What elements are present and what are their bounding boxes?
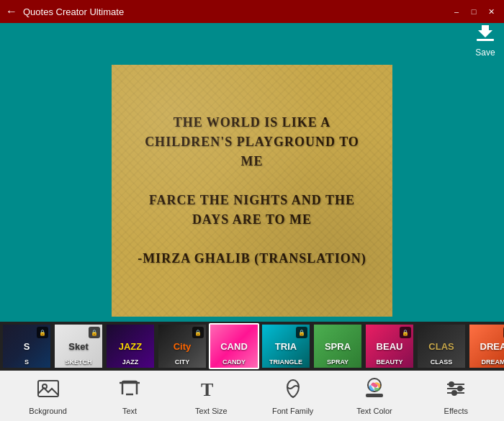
text-label: Text [122, 407, 137, 415]
window-controls: – □ ✕ [449, 4, 498, 19]
top-toolbar: Save [0, 23, 504, 59]
background-icon [37, 377, 60, 404]
theme-item-classy[interactable]: CLASCLASS [416, 323, 467, 369]
themes-strip: S🔒SSket🔒SketchJAZZJAZZCity🔒CityCANDCANDY… [0, 322, 504, 371]
save-label: Save [475, 47, 495, 58]
theme-label-classy: CLASS [418, 358, 465, 366]
font-family-label: Font Family [272, 407, 313, 415]
background-label: Bckground [29, 407, 67, 415]
text-color-label: Text Color [356, 407, 392, 415]
theme-item-dream[interactable]: DREA🔒DREAM [468, 323, 504, 369]
bottom-toolbar: Bckground Text T Text Size Font Family [0, 371, 504, 421]
theme-label-triangle: TRIANGLE [262, 358, 310, 366]
theme-item-sketch[interactable]: Sket🔒Sketch [53, 323, 104, 369]
theme-label-beauty: BEAUTY [366, 358, 413, 366]
text-color-tool[interactable]: Text Color [346, 377, 403, 415]
title-bar: ← Quotes Creator Ultimate – □ ✕ [0, 0, 504, 23]
save-icon [475, 24, 495, 46]
text-tool-icon [118, 377, 141, 404]
svg-point-11 [452, 391, 456, 395]
svg-point-10 [458, 386, 462, 391]
svg-rect-5 [366, 394, 383, 397]
theme-item-jazz[interactable]: JAZZJAZZ [105, 323, 156, 369]
theme-label-spray: SPRAY [314, 358, 361, 366]
quote-text: THE WORLD IS LIKE A CHILDREN'S PLAYGROUN… [123, 99, 381, 283]
lock-badge: 🔒 [37, 327, 48, 338]
effects-tool[interactable]: Effects [427, 377, 485, 415]
theme-item-candy[interactable]: CANDCANDY [209, 323, 259, 369]
theme-item-spray[interactable]: SPRASPRAY [312, 323, 363, 369]
theme-label-jazz: JAZZ [107, 358, 154, 366]
minimize-button[interactable]: – [449, 4, 464, 19]
theme-label-city: City [158, 358, 206, 366]
title-bar-left: ← Quotes Creator Ultimate [6, 5, 124, 18]
lock-badge: 🔒 [400, 327, 411, 338]
text-tool[interactable]: Text [101, 377, 158, 415]
theme-item-s[interactable]: S🔒S [1, 323, 52, 369]
theme-item-beauty[interactable]: BEAU🔒BEAUTY [364, 323, 415, 369]
font-family-tool[interactable]: Font Family [264, 377, 322, 415]
lock-badge: 🔒 [89, 327, 100, 338]
back-button[interactable]: ← [6, 5, 17, 18]
app-title: Quotes Creator Ultimate [23, 6, 124, 17]
maximize-button[interactable]: □ [467, 4, 481, 19]
theme-label-dream: DREAM [469, 358, 504, 366]
theme-item-city[interactable]: City🔒City [157, 323, 207, 369]
svg-rect-0 [477, 39, 494, 41]
text-size-icon: T [199, 377, 222, 404]
svg-text:T: T [201, 379, 213, 400]
text-size-tool[interactable]: T Text Size [182, 377, 240, 415]
canvas-area: THE WORLD IS LIKE A CHILDREN'S PLAYGROUN… [0, 59, 504, 322]
background-tool[interactable]: Bckground [19, 377, 77, 415]
effects-icon [444, 377, 467, 404]
svg-point-9 [449, 382, 454, 386]
svg-rect-1 [38, 381, 58, 397]
font-family-icon [282, 377, 305, 404]
theme-label-s: S [3, 358, 50, 366]
close-button[interactable]: ✕ [484, 4, 498, 19]
lock-badge: 🔒 [296, 327, 307, 338]
text-color-icon [363, 377, 386, 404]
theme-label-sketch: Sketch [55, 358, 102, 366]
lock-badge: 🔒 [192, 327, 204, 338]
save-button[interactable]: Save [475, 24, 495, 58]
theme-label-candy: CANDY [210, 358, 258, 366]
effects-label: Effects [444, 407, 468, 415]
theme-item-triangle[interactable]: TRIA🔒TRIANGLE [261, 323, 311, 369]
quote-image[interactable]: THE WORLD IS LIKE A CHILDREN'S PLAYGROUN… [112, 65, 392, 317]
text-size-label: Text Size [195, 407, 228, 415]
